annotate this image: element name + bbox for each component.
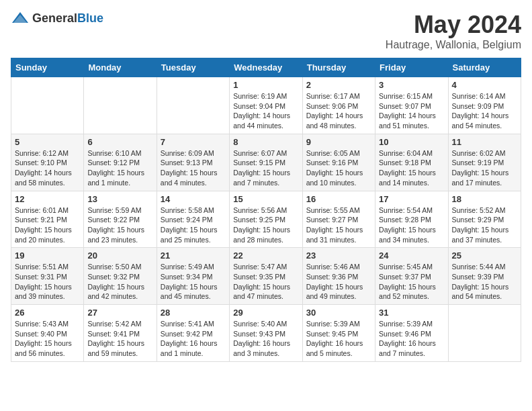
day-number: 18 <box>452 194 517 204</box>
day-info: Sunrise: 6:07 AM Sunset: 9:15 PM Dayligh… <box>233 148 298 188</box>
day-number: 29 <box>233 308 298 318</box>
table-row: 31Sunrise: 5:39 AM Sunset: 9:46 PM Dayli… <box>375 305 448 362</box>
day-number: 1 <box>233 80 298 90</box>
day-info: Sunrise: 5:39 AM Sunset: 9:46 PM Dayligh… <box>379 319 444 359</box>
day-number: 13 <box>87 194 152 204</box>
day-number: 25 <box>452 250 517 261</box>
col-friday: Friday <box>375 58 448 77</box>
col-monday: Monday <box>84 58 157 77</box>
table-row: 14Sunrise: 5:58 AM Sunset: 9:24 PM Dayli… <box>157 191 229 248</box>
day-number: 17 <box>379 194 444 204</box>
table-row: 28Sunrise: 5:41 AM Sunset: 9:42 PM Dayli… <box>157 305 229 362</box>
day-number: 27 <box>87 308 152 318</box>
day-number: 22 <box>233 250 298 261</box>
table-row: 2Sunrise: 6:17 AM Sunset: 9:06 PM Daylig… <box>302 77 375 134</box>
table-row: 26Sunrise: 5:43 AM Sunset: 9:40 PM Dayli… <box>11 305 84 362</box>
day-info: Sunrise: 5:47 AM Sunset: 9:35 PM Dayligh… <box>233 262 298 302</box>
calendar-week-row: 19Sunrise: 5:51 AM Sunset: 9:31 PM Dayli… <box>11 248 521 305</box>
table-row: 20Sunrise: 5:50 AM Sunset: 9:32 PM Dayli… <box>84 248 157 305</box>
day-number: 15 <box>233 194 298 204</box>
day-info: Sunrise: 5:41 AM Sunset: 9:42 PM Dayligh… <box>161 319 226 359</box>
calendar-table: Sunday Monday Tuesday Wednesday Thursday… <box>11 58 521 362</box>
day-info: Sunrise: 6:05 AM Sunset: 9:16 PM Dayligh… <box>306 148 371 188</box>
table-row: 4Sunrise: 6:14 AM Sunset: 9:09 PM Daylig… <box>448 77 521 134</box>
day-number: 16 <box>306 194 371 204</box>
day-number: 9 <box>306 137 371 147</box>
day-info: Sunrise: 5:43 AM Sunset: 9:40 PM Dayligh… <box>15 319 80 359</box>
day-number: 10 <box>379 137 444 147</box>
table-row: 13Sunrise: 5:59 AM Sunset: 9:22 PM Dayli… <box>84 191 157 248</box>
day-info: Sunrise: 5:42 AM Sunset: 9:41 PM Dayligh… <box>87 319 152 359</box>
day-info: Sunrise: 5:50 AM Sunset: 9:32 PM Dayligh… <box>87 262 152 302</box>
day-number: 8 <box>233 137 298 147</box>
day-info: Sunrise: 6:04 AM Sunset: 9:18 PM Dayligh… <box>379 148 444 188</box>
table-row <box>157 77 229 134</box>
table-row: 19Sunrise: 5:51 AM Sunset: 9:31 PM Dayli… <box>11 248 84 305</box>
table-row: 11Sunrise: 6:02 AM Sunset: 9:19 PM Dayli… <box>448 134 521 191</box>
day-number: 6 <box>87 137 152 147</box>
day-info: Sunrise: 5:45 AM Sunset: 9:37 PM Dayligh… <box>379 262 444 302</box>
day-number: 26 <box>15 308 80 318</box>
table-row: 9Sunrise: 6:05 AM Sunset: 9:16 PM Daylig… <box>302 134 375 191</box>
day-info: Sunrise: 6:09 AM Sunset: 9:13 PM Dayligh… <box>161 148 226 188</box>
table-row: 30Sunrise: 5:39 AM Sunset: 9:45 PM Dayli… <box>302 305 375 362</box>
table-row: 8Sunrise: 6:07 AM Sunset: 9:15 PM Daylig… <box>230 134 302 191</box>
table-row: 10Sunrise: 6:04 AM Sunset: 9:18 PM Dayli… <box>375 134 448 191</box>
table-row: 29Sunrise: 5:40 AM Sunset: 9:43 PM Dayli… <box>230 305 302 362</box>
day-number: 7 <box>161 137 226 147</box>
table-row <box>11 77 84 134</box>
table-row: 23Sunrise: 5:46 AM Sunset: 9:36 PM Dayli… <box>302 248 375 305</box>
logo-icon <box>11 11 30 26</box>
day-number: 28 <box>161 308 226 318</box>
logo-text: GeneralBlue <box>32 11 103 26</box>
col-sunday: Sunday <box>11 58 84 77</box>
logo: GeneralBlue <box>11 11 103 26</box>
table-row: 5Sunrise: 6:12 AM Sunset: 9:10 PM Daylig… <box>11 134 84 191</box>
table-row: 21Sunrise: 5:49 AM Sunset: 9:34 PM Dayli… <box>157 248 229 305</box>
table-row: 24Sunrise: 5:45 AM Sunset: 9:37 PM Dayli… <box>375 248 448 305</box>
calendar-week-row: 1Sunrise: 6:19 AM Sunset: 9:04 PM Daylig… <box>11 77 521 134</box>
day-number: 23 <box>306 250 371 261</box>
calendar-week-row: 5Sunrise: 6:12 AM Sunset: 9:10 PM Daylig… <box>11 134 521 191</box>
day-number: 11 <box>452 137 517 147</box>
table-row <box>84 77 157 134</box>
calendar-header-row: Sunday Monday Tuesday Wednesday Thursday… <box>11 58 521 77</box>
day-info: Sunrise: 6:14 AM Sunset: 9:09 PM Dayligh… <box>452 91 517 131</box>
day-number: 12 <box>15 194 80 204</box>
table-row: 12Sunrise: 6:01 AM Sunset: 9:21 PM Dayli… <box>11 191 84 248</box>
table-row: 16Sunrise: 5:55 AM Sunset: 9:27 PM Dayli… <box>302 191 375 248</box>
table-row <box>448 305 521 362</box>
table-row: 6Sunrise: 6:10 AM Sunset: 9:12 PM Daylig… <box>84 134 157 191</box>
col-saturday: Saturday <box>448 58 521 77</box>
day-number: 31 <box>379 308 444 318</box>
day-info: Sunrise: 5:56 AM Sunset: 9:25 PM Dayligh… <box>233 205 298 245</box>
table-row: 17Sunrise: 5:54 AM Sunset: 9:28 PM Dayli… <box>375 191 448 248</box>
table-row: 18Sunrise: 5:52 AM Sunset: 9:29 PM Dayli… <box>448 191 521 248</box>
day-number: 3 <box>379 80 444 90</box>
day-info: Sunrise: 5:46 AM Sunset: 9:36 PM Dayligh… <box>306 262 371 302</box>
day-info: Sunrise: 6:01 AM Sunset: 9:21 PM Dayligh… <box>15 205 80 245</box>
table-row: 27Sunrise: 5:42 AM Sunset: 9:41 PM Dayli… <box>84 305 157 362</box>
table-row: 3Sunrise: 6:15 AM Sunset: 9:07 PM Daylig… <box>375 77 448 134</box>
calendar-week-row: 26Sunrise: 5:43 AM Sunset: 9:40 PM Dayli… <box>11 305 521 362</box>
day-info: Sunrise: 6:19 AM Sunset: 9:04 PM Dayligh… <box>233 91 298 131</box>
calendar-week-row: 12Sunrise: 6:01 AM Sunset: 9:21 PM Dayli… <box>11 191 521 248</box>
table-row: 1Sunrise: 6:19 AM Sunset: 9:04 PM Daylig… <box>230 77 302 134</box>
day-number: 30 <box>306 308 371 318</box>
col-wednesday: Wednesday <box>230 58 302 77</box>
day-info: Sunrise: 5:44 AM Sunset: 9:39 PM Dayligh… <box>452 262 517 302</box>
day-info: Sunrise: 5:59 AM Sunset: 9:22 PM Dayligh… <box>87 205 152 245</box>
day-info: Sunrise: 5:49 AM Sunset: 9:34 PM Dayligh… <box>161 262 226 302</box>
table-row: 25Sunrise: 5:44 AM Sunset: 9:39 PM Dayli… <box>448 248 521 305</box>
day-info: Sunrise: 6:10 AM Sunset: 9:12 PM Dayligh… <box>87 148 152 188</box>
day-info: Sunrise: 6:02 AM Sunset: 9:19 PM Dayligh… <box>452 148 517 188</box>
location-subtitle: Hautrage, Wallonia, Belgium <box>386 39 521 51</box>
day-number: 5 <box>15 137 80 147</box>
day-info: Sunrise: 5:51 AM Sunset: 9:31 PM Dayligh… <box>15 262 80 302</box>
day-number: 21 <box>161 250 226 261</box>
day-number: 20 <box>87 250 152 261</box>
day-number: 24 <box>379 250 444 261</box>
table-row: 7Sunrise: 6:09 AM Sunset: 9:13 PM Daylig… <box>157 134 229 191</box>
title-section: May 2024 Hautrage, Wallonia, Belgium <box>386 11 521 51</box>
col-thursday: Thursday <box>302 58 375 77</box>
